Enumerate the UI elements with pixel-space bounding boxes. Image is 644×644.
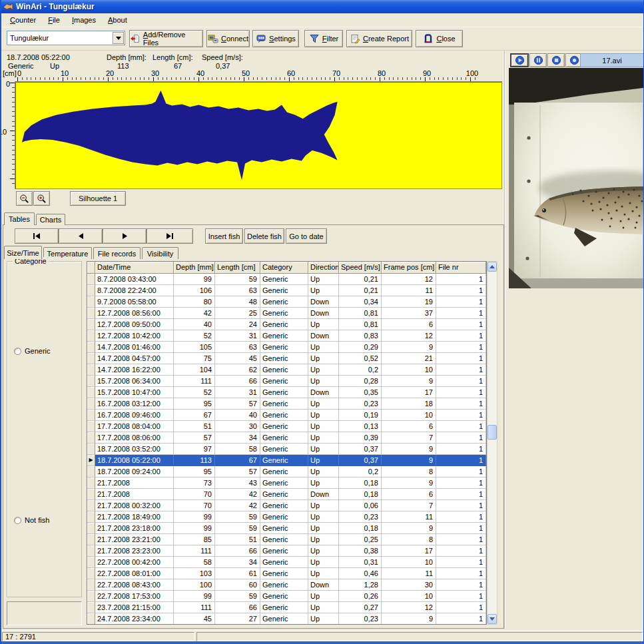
table-row[interactable]: 8.7.2008 03:43:009959GenericUp0,21121	[87, 274, 486, 285]
table-row[interactable]: 14.7.2008 01:46:0010563GenericUp0,2991	[87, 342, 486, 353]
table-row[interactable]: 21.7.2008 18:49:009959GenericUp0,23111	[87, 511, 486, 523]
menu-about[interactable]: About	[102, 15, 133, 26]
tab-temperature[interactable]: Temperature	[43, 247, 92, 259]
silhouette-canvas[interactable]	[15, 81, 502, 189]
table-row[interactable]: 21.7.2008 23:23:0011166GenericUp0,38171	[87, 545, 486, 557]
table-row[interactable]: 22.7.2008 08:01:0010361GenericUp0,46111	[87, 568, 486, 579]
radio-generic[interactable]: Generic	[14, 347, 51, 355]
radio-not-fish[interactable]: Not fish	[14, 516, 49, 524]
filter-button[interactable]: Filter	[304, 30, 343, 47]
table-row[interactable]: 21.7.2008 23:21:008551GenericUp0,2581	[87, 534, 486, 545]
first-record-button[interactable]	[15, 228, 59, 244]
title-bar[interactable]: WinAri - Tungulækur	[0, 0, 644, 13]
settings-button[interactable]: Settings	[252, 30, 299, 47]
table-scrollbar[interactable]	[487, 261, 497, 625]
table-cell: Generic	[260, 579, 308, 591]
table-row[interactable]: 22.7.2008 17:53:009959GenericUp0,26101	[87, 591, 486, 602]
table-row[interactable]: 22.7.2008 00:42:005834GenericUp0,31101	[87, 557, 486, 568]
table-row[interactable]: 9.7.2008 05:58:008048GenericDown0,34191	[87, 296, 486, 308]
table-cell: 11	[382, 285, 436, 296]
ruler-unit-label: [cm]	[3, 69, 17, 77]
table-cell: 57	[174, 432, 215, 444]
stop-button[interactable]	[547, 53, 565, 67]
table-row[interactable]: 23.7.2008 21:15:0011166GenericUp0,27121	[87, 602, 486, 613]
table-row[interactable]: 12.7.2008 10:42:005231GenericDown0,83121	[87, 330, 486, 342]
table-cell: Up	[308, 568, 339, 579]
table-row[interactable]: 22.7.2008 08:43:0010060GenericDown1,2830…	[87, 579, 486, 591]
table-cell: Generic	[260, 523, 308, 534]
table-cell: 7	[382, 500, 436, 511]
menu-counter[interactable]: Counter	[4, 15, 42, 26]
add-remove-files-button[interactable]: Add/Remove Files	[129, 30, 203, 47]
table-row[interactable]: 17.7.2008 08:04:005130GenericUp0,1361	[87, 421, 486, 432]
site-selector-combobox[interactable]: Tungulækur	[7, 31, 125, 45]
table-cell: 1	[436, 319, 486, 330]
table-row[interactable]: 8.7.2008 22:24:0010663GenericUp0,21111	[87, 285, 486, 296]
go-to-date-button[interactable]: Go to date	[286, 228, 327, 244]
silhouette-1-button[interactable]: Silhouette 1	[70, 191, 126, 206]
table-row[interactable]: 15.7.2008 06:34:0011166GenericUp0,2891	[87, 376, 486, 387]
table-row[interactable]: 16.7.2008 09:46:006740GenericUp0,19101	[87, 410, 486, 421]
previous-record-button[interactable]	[59, 228, 103, 244]
delete-fish-button[interactable]: Delete fish	[244, 228, 284, 244]
table-cell: Generic	[260, 342, 308, 353]
combo-dropdown-button[interactable]	[113, 32, 124, 44]
menu-file[interactable]: File	[42, 15, 66, 26]
connect-button[interactable]: Connect	[206, 30, 250, 47]
tab-charts[interactable]: Charts	[36, 214, 65, 225]
fish-records-table[interactable]: Date/TimeDepth [mm]Length [cm]CategoryDi…	[87, 261, 487, 625]
table-row[interactable]: 21.7.20087343GenericUp0,1891	[87, 478, 486, 489]
table-row[interactable]: 15.7.2008 10:47:005231GenericDown0,35171	[87, 387, 486, 398]
pause-button[interactable]	[529, 53, 547, 67]
column-header[interactable]: File nr	[436, 262, 486, 274]
column-header[interactable]: Direction	[308, 262, 339, 274]
table-cell: 22.7.2008 17:53:00	[95, 591, 174, 602]
column-header[interactable]: Length [cm]	[215, 262, 260, 274]
column-header[interactable]: Date/Time	[95, 262, 174, 274]
table-cell: 17.7.2008 08:04:00	[95, 421, 174, 432]
table-row[interactable]: 12.7.2008 08:56:004225GenericDown0,81371	[87, 308, 486, 319]
scroll-up-button[interactable]	[487, 262, 497, 272]
insert-fish-button[interactable]: Insert fish	[205, 228, 243, 244]
create-report-button[interactable]: Create Report	[346, 30, 412, 47]
last-record-button[interactable]	[147, 228, 193, 244]
table-cell: Generic	[260, 364, 308, 376]
table-row[interactable]: 24.7.2008 23:34:004527GenericUp0,2391	[87, 613, 486, 625]
table-row[interactable]: 18.7.2008 09:24:009557GenericUp0,281	[87, 466, 486, 478]
zoom-out-button[interactable]	[16, 191, 33, 206]
column-header[interactable]: Depth [mm]	[174, 262, 215, 274]
table-row[interactable]: 16.7.2008 03:12:009557GenericUp0,23181	[87, 398, 486, 410]
menu-images[interactable]: Images	[66, 15, 102, 26]
tab-visibility[interactable]: Visibility	[142, 247, 178, 259]
table-row[interactable]: 21.7.2008 00:32:007042GenericUp0,0671	[87, 500, 486, 511]
scrollbar-thumb[interactable]	[487, 425, 497, 440]
scroll-down-button[interactable]	[487, 614, 497, 624]
table-row[interactable]: 14.7.2008 16:22:0010462GenericUp0,2101	[87, 364, 486, 376]
table-row[interactable]: 21.7.2008 23:18:009959GenericUp0,1891	[87, 523, 486, 534]
column-header[interactable]: Speed [m/s]	[339, 262, 382, 274]
tab-file-records[interactable]: File records	[93, 247, 141, 259]
table-row[interactable]: 18.7.2008 03:52:009758GenericUp0,3791	[87, 444, 486, 455]
column-header[interactable]: Category	[260, 262, 308, 274]
table-row[interactable]: ▶18.7.2008 05:22:0011367GenericUp0,3791	[87, 455, 486, 466]
table-row[interactable]: 21.7.20087042GenericDown0,1861	[87, 489, 486, 500]
panel-splitter[interactable]	[504, 51, 505, 629]
table-row[interactable]: 14.7.2008 04:57:007545GenericUp0,52211	[87, 353, 486, 364]
table-cell: Up	[308, 274, 339, 285]
next-record-button[interactable]	[103, 228, 147, 244]
column-header[interactable]: Frame pos [cm]	[382, 262, 436, 274]
table-cell: Up	[308, 591, 339, 602]
tab-tables[interactable]: Tables	[4, 212, 35, 225]
close-button[interactable]: Close	[416, 30, 463, 47]
table-row[interactable]: 12.7.2008 09:50:004024GenericUp0,8161	[87, 319, 486, 330]
table-cell: Generic	[260, 444, 308, 455]
zoom-in-button[interactable]	[33, 191, 50, 206]
app-fish-icon	[3, 3, 13, 11]
table-row[interactable]: 17.7.2008 08:06:005734GenericUp0,3971	[87, 432, 486, 444]
table-cell: 0,31	[339, 557, 382, 568]
depth-value: 113	[117, 62, 129, 70]
tab-size-time[interactable]: Size/Time	[4, 246, 42, 259]
table-cell: 16.7.2008 03:12:00	[95, 398, 174, 410]
play-button[interactable]	[510, 53, 529, 67]
next-record-icon	[122, 233, 128, 239]
